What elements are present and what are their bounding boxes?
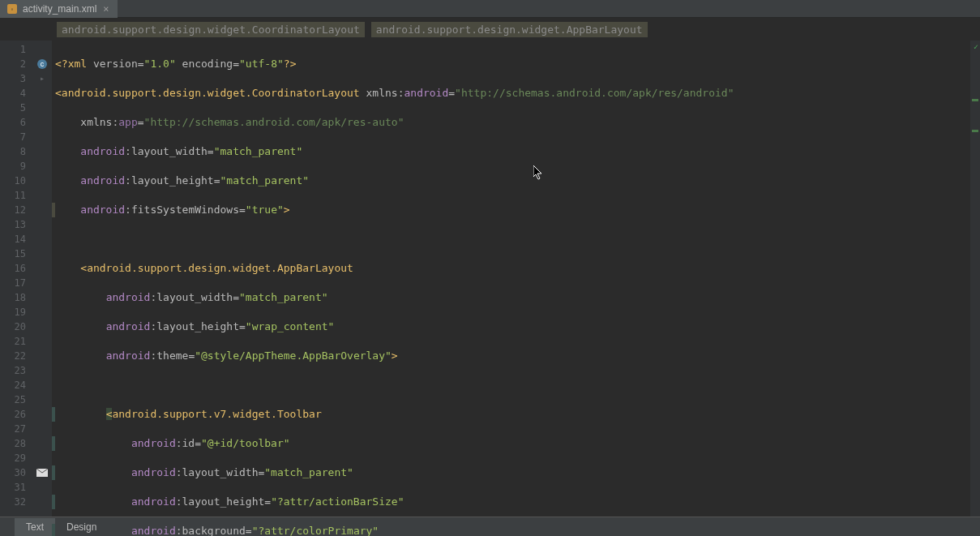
tab-text[interactable]: Text [15, 518, 55, 536]
breadcrumb-item[interactable]: android.support.design.widget.Coordinato… [57, 22, 365, 37]
file-tab[interactable]: ◦ activity_main.xml × [0, 0, 118, 18]
check-icon: ✓ [974, 42, 978, 51]
code-area[interactable]: <?xml version="1.0" encoding="utf-8"?> <… [52, 41, 980, 517]
svg-text:c: c [41, 60, 45, 68]
editor[interactable]: 1 2 3 4 5 6 7 8 9 10 11 12 13 14 15 16 1… [0, 41, 980, 517]
fold-icon[interactable]: ▸ [32, 71, 52, 86]
svg-text:◦: ◦ [11, 6, 14, 13]
breadcrumb-bar: android.support.design.widget.Coordinato… [0, 18, 980, 41]
line-number-gutter: 1 2 3 4 5 6 7 8 9 10 11 12 13 14 15 16 1… [0, 41, 32, 517]
class-gutter-icon[interactable]: c [32, 57, 52, 71]
tab-name: activity_main.xml [23, 3, 96, 15]
error-stripe[interactable]: ✓ [970, 41, 980, 517]
close-icon[interactable]: × [101, 3, 110, 15]
xml-file-icon: ◦ [6, 3, 18, 15]
gutter-icon-strip: c ▸ [32, 41, 52, 517]
mail-gutter-icon[interactable] [32, 465, 52, 480]
breadcrumb-item[interactable]: android.support.design.widget.AppBarLayo… [371, 22, 648, 37]
tab-bar: ◦ activity_main.xml × [0, 0, 980, 18]
